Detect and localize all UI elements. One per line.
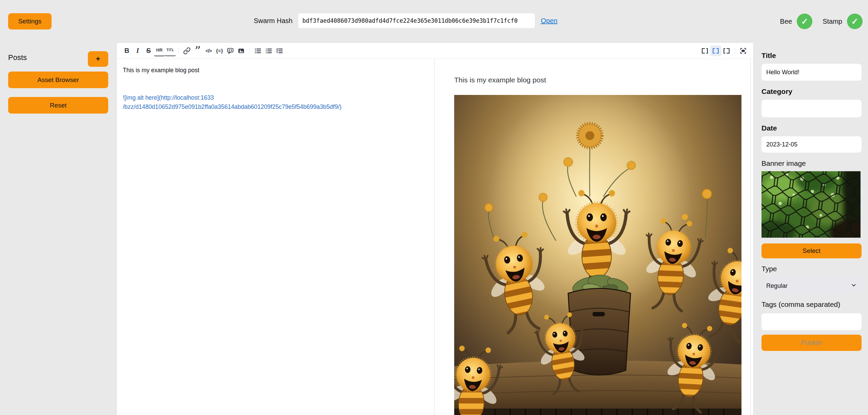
code-block-icon[interactable]: {=} — [214, 45, 225, 56]
open-link[interactable]: Open — [541, 17, 557, 25]
banner-image-label: Banner image — [761, 159, 862, 167]
italic-icon[interactable]: I — [132, 45, 143, 56]
date-input[interactable] — [761, 136, 862, 153]
inline-code-icon[interactable]: </> — [203, 45, 214, 56]
tags-input[interactable] — [761, 313, 862, 330]
select-banner-button[interactable]: Select — [761, 243, 862, 258]
bold-icon[interactable]: B — [121, 45, 132, 56]
date-label: Date — [761, 124, 862, 132]
mode-split-icon[interactable] — [710, 45, 721, 56]
category-label: Category — [761, 87, 862, 96]
settings-button[interactable]: Settings — [8, 13, 52, 29]
editor-toolbar: B I S HR TITL ” </> {=} — [117, 43, 753, 59]
horizontal-rule-icon[interactable]: HR — [154, 45, 165, 56]
image-icon[interactable] — [236, 45, 247, 56]
mode-editor-icon[interactable] — [699, 45, 710, 56]
title-label: Title — [761, 52, 862, 60]
preview-image — [454, 95, 741, 415]
fullscreen-icon[interactable] — [738, 45, 749, 56]
quote-icon[interactable]: ” — [192, 47, 203, 54]
markdown-image-link-line2: /bzz/d1480d10652d975e091b2ffa0a35614abda… — [123, 102, 428, 112]
toolbar-separator — [735, 48, 735, 54]
preview-scrollbar[interactable] — [750, 59, 753, 415]
swarm-hash-input[interactable] — [298, 13, 535, 28]
bee-check-icon: ✓ — [797, 14, 812, 29]
banner-image-thumbnail — [761, 171, 861, 238]
comment-code-icon[interactable] — [225, 45, 236, 56]
link-icon[interactable] — [181, 45, 192, 56]
bee-status-label: Bee — [780, 18, 792, 25]
asset-browser-button[interactable]: Asset Browser — [8, 72, 108, 88]
title-icon[interactable]: TITL — [165, 45, 176, 56]
swarm-hash-group: Swarm Hash Open — [254, 13, 557, 29]
stamp-status-label: Stamp — [823, 18, 842, 25]
type-label: Type — [761, 265, 862, 273]
markdown-editor[interactable]: This is my example blog post ![img alt h… — [117, 59, 435, 415]
type-select[interactable]: Regular — [761, 277, 862, 294]
swarm-hash-label: Swarm Hash — [254, 17, 292, 25]
preview-pane: This is my example blog post — [435, 59, 753, 415]
type-select-value: Regular — [766, 282, 788, 290]
category-input[interactable] — [761, 100, 862, 117]
preview-paragraph: This is my example blog post — [454, 76, 743, 84]
markdown-image-link-line1: ![img alt here](http://localhost:1633 — [123, 93, 428, 102]
chevron-down-icon — [851, 282, 857, 290]
posts-heading: Posts — [8, 53, 27, 62]
toolbar-separator — [249, 48, 250, 54]
numbered-list-icon[interactable]: 1 2 3 — [263, 45, 274, 56]
status-group: Bee ✓ Stamp ✓ — [780, 13, 863, 29]
task-list-icon[interactable] — [274, 45, 285, 56]
editor-panel: B I S HR TITL ” </> {=} — [116, 42, 754, 415]
svg-text:3: 3 — [266, 52, 267, 54]
tags-label: Tags (comma separated) — [761, 300, 862, 309]
toolbar-separator — [178, 48, 179, 54]
markdown-text-line: This is my example blog post — [123, 66, 428, 75]
title-input[interactable] — [761, 64, 862, 81]
bulleted-list-icon[interactable] — [252, 45, 263, 56]
reset-button[interactable]: Reset — [8, 97, 108, 114]
publish-button[interactable]: Publish — [761, 335, 862, 351]
mode-preview-icon[interactable] — [721, 45, 732, 56]
add-post-button[interactable]: + — [88, 51, 108, 67]
stamp-check-icon: ✓ — [847, 14, 863, 29]
strikethrough-icon[interactable]: S — [143, 45, 154, 56]
